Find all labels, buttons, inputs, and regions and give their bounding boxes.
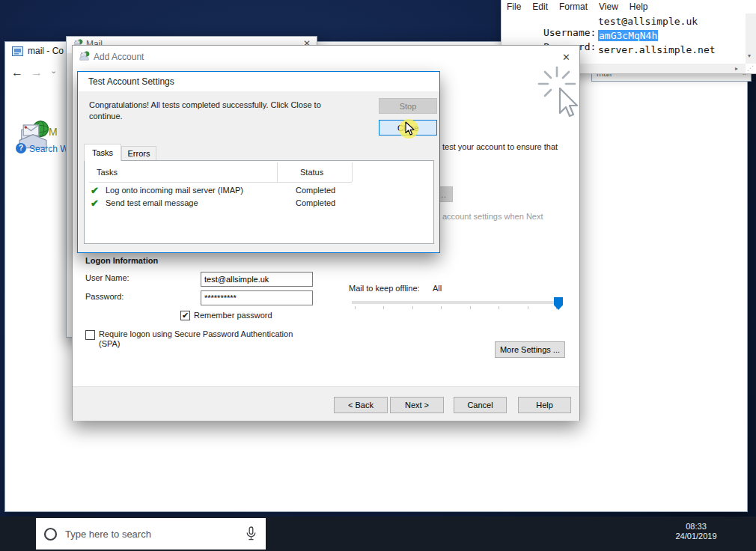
tab-tasks[interactable]: Tasks bbox=[84, 144, 121, 161]
task-check-icon: ✔ bbox=[91, 198, 99, 209]
cortana-ring-icon bbox=[43, 527, 58, 541]
spa-label: Require logon using Secure Password Auth… bbox=[99, 329, 312, 349]
table-row[interactable]: ✔ Log onto incoming mail server (IMAP) C… bbox=[85, 185, 433, 198]
partial-test-account-text: test your account to ensure that bbox=[442, 142, 558, 151]
nav-dropdown-chevron[interactable]: ⌄ bbox=[50, 66, 57, 76]
add-account-title: Add Account bbox=[94, 52, 144, 62]
mail-result-title[interactable]: M bbox=[49, 126, 58, 138]
add-account-close-icon[interactable]: ✕ bbox=[562, 52, 570, 63]
mail-offline-value: All bbox=[433, 284, 442, 293]
test-dialog-message-line2: continue. bbox=[89, 112, 123, 121]
mouse-cursor-icon bbox=[405, 121, 415, 136]
desktop: mail - Co ← → ⌄ mail » M ? Search W File… bbox=[0, 0, 756, 551]
control-panel-window-icon bbox=[12, 46, 23, 56]
cancel-wizard-button[interactable]: Cancel bbox=[454, 397, 507, 413]
logon-information-header: Logon Information bbox=[85, 256, 158, 265]
clock-time: 08:33 bbox=[672, 522, 720, 531]
status-column-header[interactable]: Status bbox=[300, 168, 323, 177]
forward-button[interactable]: → bbox=[31, 66, 43, 79]
test-account-settings-dialog: Test Account Settings Congratulations! A… bbox=[77, 71, 440, 253]
menu-view[interactable]: View bbox=[599, 1, 618, 12]
more-settings-button[interactable]: More Settings ... bbox=[495, 341, 565, 358]
starburst-cursor-icon bbox=[525, 63, 585, 132]
control-panel-title: mail - Co bbox=[28, 46, 64, 56]
back-wizard-button[interactable]: < Back bbox=[334, 397, 388, 413]
test-dialog-title: Test Account Settings bbox=[88, 76, 174, 87]
tasks-table: Tasks Status ✔ Log onto incoming mail se… bbox=[84, 160, 434, 244]
resize-grip-icon[interactable]: ⋰ bbox=[747, 64, 754, 72]
scroll-down-icon[interactable]: ▾ bbox=[748, 52, 751, 59]
selected-text: amG3cMqN4h bbox=[598, 30, 658, 41]
taskbar: Type here to search bbox=[0, 517, 756, 551]
search-placeholder: Type here to search bbox=[65, 529, 151, 540]
add-account-icon bbox=[79, 51, 90, 61]
offline-slider-handle[interactable] bbox=[554, 297, 563, 310]
back-button[interactable]: ← bbox=[11, 66, 23, 79]
search-windows-link[interactable]: Search W bbox=[29, 144, 69, 154]
remember-password-label: Remember password bbox=[194, 311, 272, 320]
help-question-icon: ? bbox=[16, 143, 26, 153]
taskbar-clock[interactable]: 08:33 24/01/2019 bbox=[672, 517, 720, 551]
user-name-field[interactable]: test@allsimple.uk bbox=[201, 272, 313, 287]
remember-password-checkbox[interactable]: ✔ bbox=[180, 311, 190, 320]
test-dialog-message-line1: Congratulations! All tests completed suc… bbox=[89, 100, 321, 109]
help-wizard-button[interactable]: Help bbox=[518, 397, 571, 413]
clock-date: 24/01/2019 bbox=[672, 532, 720, 541]
taskbar-search-box[interactable]: Type here to search bbox=[36, 518, 266, 550]
password-label: Password: bbox=[85, 292, 124, 301]
tab-errors[interactable]: Errors bbox=[121, 146, 156, 161]
task-check-icon: ✔ bbox=[91, 185, 99, 196]
scroll-right-icon[interactable]: ▸ bbox=[735, 65, 738, 72]
tasks-column-header[interactable]: Tasks bbox=[97, 168, 118, 177]
menu-edit[interactable]: Edit bbox=[532, 1, 548, 12]
spa-checkbox[interactable] bbox=[85, 330, 95, 340]
menu-help[interactable]: Help bbox=[630, 1, 648, 12]
menu-format[interactable]: Format bbox=[559, 1, 588, 12]
partial-auto-test-text: account settings when Next bbox=[442, 212, 543, 221]
microphone-icon[interactable] bbox=[246, 526, 257, 541]
offline-slider-track[interactable] bbox=[352, 301, 562, 304]
menu-file[interactable]: File bbox=[507, 1, 521, 12]
mail-offline-label: Mail to keep offline: bbox=[349, 284, 420, 293]
notepad-menubar: File Edit Format View Help bbox=[502, 0, 756, 13]
table-row[interactable]: ✔ Send test email message Completed bbox=[85, 198, 433, 210]
next-wizard-button[interactable]: Next > bbox=[390, 397, 444, 413]
stop-button[interactable]: Stop bbox=[379, 98, 437, 114]
password-field[interactable]: ********** bbox=[201, 290, 313, 305]
notepad-vscrollbar[interactable]: ▾ bbox=[746, 13, 756, 64]
user-name-label: User Name: bbox=[85, 273, 129, 282]
